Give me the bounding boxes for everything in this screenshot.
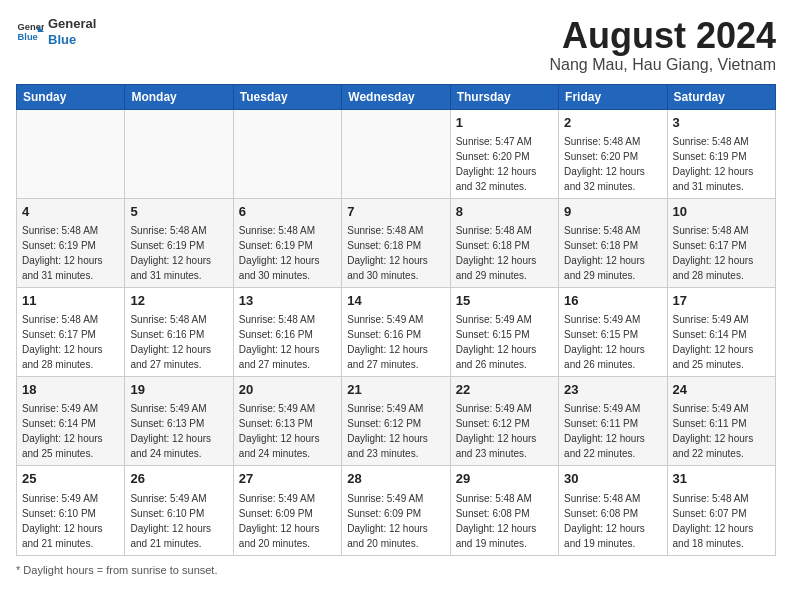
day-header-saturday: Saturday [667,84,775,109]
cell-info: Sunrise: 5:48 AM Sunset: 6:16 PM Dayligh… [130,312,227,372]
calendar-cell: 31Sunrise: 5:48 AM Sunset: 6:07 PM Dayli… [667,466,775,555]
calendar-cell: 27Sunrise: 5:49 AM Sunset: 6:09 PM Dayli… [233,466,341,555]
calendar-cell: 12Sunrise: 5:48 AM Sunset: 6:16 PM Dayli… [125,287,233,376]
cell-info: Sunrise: 5:48 AM Sunset: 6:07 PM Dayligh… [673,491,770,551]
cell-info: Sunrise: 5:48 AM Sunset: 6:19 PM Dayligh… [22,223,119,283]
cell-info: Sunrise: 5:49 AM Sunset: 6:14 PM Dayligh… [673,312,770,372]
calendar-cell: 9Sunrise: 5:48 AM Sunset: 6:18 PM Daylig… [559,198,667,287]
cell-info: Sunrise: 5:49 AM Sunset: 6:12 PM Dayligh… [456,401,553,461]
cell-date: 20 [239,381,336,399]
logo-line2: Blue [48,32,96,48]
calendar-cell: 28Sunrise: 5:49 AM Sunset: 6:09 PM Dayli… [342,466,450,555]
cell-date: 3 [673,114,770,132]
calendar: SundayMondayTuesdayWednesdayThursdayFrid… [16,84,776,556]
cell-info: Sunrise: 5:48 AM Sunset: 6:17 PM Dayligh… [673,223,770,283]
cell-date: 24 [673,381,770,399]
logo: General Blue General Blue [16,16,96,47]
calendar-cell: 5Sunrise: 5:48 AM Sunset: 6:19 PM Daylig… [125,198,233,287]
calendar-cell: 8Sunrise: 5:48 AM Sunset: 6:18 PM Daylig… [450,198,558,287]
cell-date: 2 [564,114,661,132]
cell-info: Sunrise: 5:48 AM Sunset: 6:18 PM Dayligh… [347,223,444,283]
calendar-cell: 4Sunrise: 5:48 AM Sunset: 6:19 PM Daylig… [17,198,125,287]
calendar-cell [125,109,233,198]
cell-date: 13 [239,292,336,310]
cell-info: Sunrise: 5:48 AM Sunset: 6:18 PM Dayligh… [456,223,553,283]
footer-text: Daylight hours [23,564,93,576]
calendar-cell: 15Sunrise: 5:49 AM Sunset: 6:15 PM Dayli… [450,287,558,376]
cell-date: 27 [239,470,336,488]
calendar-cell: 2Sunrise: 5:48 AM Sunset: 6:20 PM Daylig… [559,109,667,198]
day-header-tuesday: Tuesday [233,84,341,109]
cell-date: 9 [564,203,661,221]
cell-info: Sunrise: 5:48 AM Sunset: 6:19 PM Dayligh… [673,134,770,194]
cell-date: 23 [564,381,661,399]
cell-date: 8 [456,203,553,221]
header-row: SundayMondayTuesdayWednesdayThursdayFrid… [17,84,776,109]
cell-date: 26 [130,470,227,488]
calendar-cell: 20Sunrise: 5:49 AM Sunset: 6:13 PM Dayli… [233,377,341,466]
cell-date: 17 [673,292,770,310]
cell-info: Sunrise: 5:49 AM Sunset: 6:14 PM Dayligh… [22,401,119,461]
calendar-week-4: 18Sunrise: 5:49 AM Sunset: 6:14 PM Dayli… [17,377,776,466]
cell-info: Sunrise: 5:48 AM Sunset: 6:17 PM Dayligh… [22,312,119,372]
logo-line1: General [48,16,96,32]
calendar-cell: 14Sunrise: 5:49 AM Sunset: 6:16 PM Dayli… [342,287,450,376]
calendar-cell: 18Sunrise: 5:49 AM Sunset: 6:14 PM Dayli… [17,377,125,466]
calendar-cell: 1Sunrise: 5:47 AM Sunset: 6:20 PM Daylig… [450,109,558,198]
calendar-cell: 25Sunrise: 5:49 AM Sunset: 6:10 PM Dayli… [17,466,125,555]
cell-info: Sunrise: 5:48 AM Sunset: 6:08 PM Dayligh… [564,491,661,551]
calendar-cell: 10Sunrise: 5:48 AM Sunset: 6:17 PM Dayli… [667,198,775,287]
cell-info: Sunrise: 5:48 AM Sunset: 6:08 PM Dayligh… [456,491,553,551]
calendar-cell: 11Sunrise: 5:48 AM Sunset: 6:17 PM Dayli… [17,287,125,376]
calendar-cell: 16Sunrise: 5:49 AM Sunset: 6:15 PM Dayli… [559,287,667,376]
cell-date: 14 [347,292,444,310]
title-block: August 2024 Nang Mau, Hau Giang, Vietnam [550,16,777,74]
cell-info: Sunrise: 5:49 AM Sunset: 6:15 PM Dayligh… [456,312,553,372]
calendar-cell [342,109,450,198]
calendar-header: SundayMondayTuesdayWednesdayThursdayFrid… [17,84,776,109]
cell-date: 11 [22,292,119,310]
calendar-cell [17,109,125,198]
cell-date: 30 [564,470,661,488]
cell-date: 5 [130,203,227,221]
cell-date: 6 [239,203,336,221]
footer-note: * Daylight hours = from sunrise to sunse… [16,564,776,576]
cell-date: 1 [456,114,553,132]
cell-date: 7 [347,203,444,221]
calendar-week-2: 4Sunrise: 5:48 AM Sunset: 6:19 PM Daylig… [17,198,776,287]
cell-date: 31 [673,470,770,488]
day-header-thursday: Thursday [450,84,558,109]
cell-date: 29 [456,470,553,488]
cell-date: 15 [456,292,553,310]
calendar-cell: 26Sunrise: 5:49 AM Sunset: 6:10 PM Dayli… [125,466,233,555]
calendar-week-5: 25Sunrise: 5:49 AM Sunset: 6:10 PM Dayli… [17,466,776,555]
cell-date: 16 [564,292,661,310]
calendar-cell: 30Sunrise: 5:48 AM Sunset: 6:08 PM Dayli… [559,466,667,555]
calendar-week-3: 11Sunrise: 5:48 AM Sunset: 6:17 PM Dayli… [17,287,776,376]
day-header-monday: Monday [125,84,233,109]
calendar-cell: 22Sunrise: 5:49 AM Sunset: 6:12 PM Dayli… [450,377,558,466]
cell-info: Sunrise: 5:48 AM Sunset: 6:20 PM Dayligh… [564,134,661,194]
cell-info: Sunrise: 5:49 AM Sunset: 6:10 PM Dayligh… [22,491,119,551]
calendar-cell: 21Sunrise: 5:49 AM Sunset: 6:12 PM Dayli… [342,377,450,466]
calendar-week-1: 1Sunrise: 5:47 AM Sunset: 6:20 PM Daylig… [17,109,776,198]
page-title: August 2024 [550,16,777,56]
calendar-cell: 7Sunrise: 5:48 AM Sunset: 6:18 PM Daylig… [342,198,450,287]
cell-info: Sunrise: 5:49 AM Sunset: 6:09 PM Dayligh… [239,491,336,551]
day-header-sunday: Sunday [17,84,125,109]
svg-text:Blue: Blue [18,31,38,41]
calendar-body: 1Sunrise: 5:47 AM Sunset: 6:20 PM Daylig… [17,109,776,555]
calendar-cell [233,109,341,198]
day-header-wednesday: Wednesday [342,84,450,109]
calendar-cell: 6Sunrise: 5:48 AM Sunset: 6:19 PM Daylig… [233,198,341,287]
cell-date: 4 [22,203,119,221]
cell-info: Sunrise: 5:49 AM Sunset: 6:09 PM Dayligh… [347,491,444,551]
calendar-cell: 17Sunrise: 5:49 AM Sunset: 6:14 PM Dayli… [667,287,775,376]
cell-info: Sunrise: 5:49 AM Sunset: 6:12 PM Dayligh… [347,401,444,461]
cell-date: 19 [130,381,227,399]
cell-info: Sunrise: 5:48 AM Sunset: 6:16 PM Dayligh… [239,312,336,372]
cell-info: Sunrise: 5:49 AM Sunset: 6:11 PM Dayligh… [673,401,770,461]
cell-info: Sunrise: 5:47 AM Sunset: 6:20 PM Dayligh… [456,134,553,194]
cell-info: Sunrise: 5:49 AM Sunset: 6:10 PM Dayligh… [130,491,227,551]
header: General Blue General Blue August 2024 Na… [16,16,776,74]
